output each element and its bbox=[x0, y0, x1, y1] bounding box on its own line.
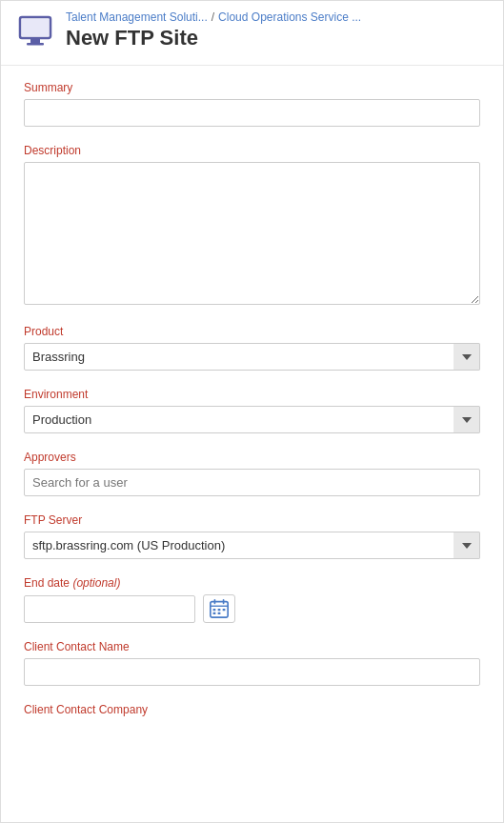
end-date-input[interactable] bbox=[24, 595, 195, 623]
description-textarea[interactable] bbox=[24, 162, 480, 305]
approvers-group: Approvers bbox=[24, 451, 480, 496]
calendar-button[interactable] bbox=[203, 594, 235, 623]
client-contact-company-label: Client Contact Company bbox=[24, 703, 480, 716]
page-title: New FTP Site bbox=[66, 26, 361, 50]
summary-label: Summary bbox=[24, 81, 480, 94]
monitor-icon bbox=[16, 12, 54, 53]
product-select-wrapper: Brassring bbox=[24, 343, 480, 371]
svg-rect-12 bbox=[218, 612, 221, 614]
end-date-group: End date (optional) bbox=[24, 576, 480, 623]
svg-rect-10 bbox=[223, 609, 226, 611]
client-contact-company-group: Client Contact Company bbox=[24, 703, 480, 716]
summary-input[interactable] bbox=[24, 99, 480, 127]
description-group: Description bbox=[24, 144, 480, 308]
form-body: Summary Description Product Brassring En… bbox=[1, 66, 503, 756]
environment-select[interactable]: Production bbox=[24, 406, 480, 433]
breadcrumb-current[interactable]: Cloud Operations Service ... bbox=[218, 10, 361, 24]
product-group: Product Brassring bbox=[24, 325, 480, 371]
svg-rect-1 bbox=[30, 38, 40, 43]
product-select[interactable]: Brassring bbox=[24, 343, 480, 371]
calendar-icon bbox=[209, 598, 230, 619]
breadcrumb: Talent Management Soluti... / Cloud Oper… bbox=[66, 10, 361, 24]
svg-rect-2 bbox=[27, 43, 44, 46]
summary-group: Summary bbox=[24, 81, 480, 127]
approvers-search-input[interactable] bbox=[24, 469, 480, 496]
end-date-optional-text: (optional) bbox=[72, 576, 120, 590]
description-label: Description bbox=[24, 144, 480, 157]
svg-rect-8 bbox=[213, 609, 216, 611]
ftp-server-select[interactable]: sftp.brassring.com (US Production) bbox=[24, 532, 480, 559]
client-contact-name-label: Client Contact Name bbox=[24, 640, 480, 653]
end-date-label: End date (optional) bbox=[24, 576, 480, 590]
svg-rect-9 bbox=[218, 609, 221, 611]
environment-group: Environment Production bbox=[24, 388, 480, 433]
approvers-label: Approvers bbox=[24, 451, 480, 464]
breadcrumb-separator: / bbox=[212, 10, 214, 24]
client-contact-name-group: Client Contact Name bbox=[24, 640, 480, 686]
client-contact-name-input[interactable] bbox=[24, 658, 480, 686]
header: Talent Management Soluti... / Cloud Oper… bbox=[1, 1, 503, 66]
product-label: Product bbox=[24, 325, 480, 338]
page-container: Talent Management Soluti... / Cloud Oper… bbox=[0, 0, 504, 823]
ftp-server-group: FTP Server sftp.brassring.com (US Produc… bbox=[24, 513, 480, 559]
svg-rect-3 bbox=[22, 19, 49, 36]
environment-label: Environment bbox=[24, 388, 480, 401]
header-text: Talent Management Soluti... / Cloud Oper… bbox=[66, 10, 361, 50]
ftp-server-label: FTP Server bbox=[24, 513, 480, 527]
breadcrumb-parent[interactable]: Talent Management Soluti... bbox=[66, 10, 208, 24]
ftp-server-select-wrapper: sftp.brassring.com (US Production) bbox=[24, 532, 480, 559]
environment-select-wrapper: Production bbox=[24, 406, 480, 433]
svg-rect-11 bbox=[213, 612, 216, 614]
end-date-row bbox=[24, 594, 480, 623]
approvers-search-wrapper bbox=[24, 469, 480, 496]
